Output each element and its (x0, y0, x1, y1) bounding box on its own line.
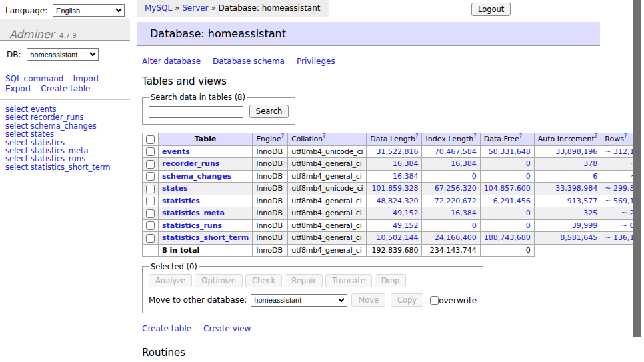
search-input[interactable] (149, 106, 243, 118)
index-length-link[interactable]: 0 (472, 221, 477, 230)
data-free-link[interactable]: 104,857,600 (484, 184, 531, 193)
move-button[interactable]: Move (351, 293, 385, 307)
total-data-length: 192,839,680 (367, 244, 422, 256)
help-icon[interactable]: ? (519, 133, 523, 140)
auto-increment-link[interactable]: 6 (593, 172, 597, 181)
sidebar-link-import[interactable]: Import (73, 74, 99, 83)
scrollbar-track[interactable] (633, 0, 644, 362)
breadcrumb-link-server[interactable]: Server (182, 3, 208, 13)
help-icon[interactable]: ? (415, 133, 419, 140)
create-view-link[interactable]: Create view (203, 324, 251, 333)
sidebar-link-select-statistics-short-term[interactable]: select statistics_short_term (5, 163, 125, 171)
sidebar-link-select-states[interactable]: select states (5, 130, 125, 138)
alter-database-link[interactable]: Alter database (142, 57, 201, 66)
row-checkbox[interactable] (146, 147, 155, 156)
breadcrumb-link-mysql[interactable]: MySQL (145, 3, 172, 13)
index-length-link[interactable]: 70,467,584 (435, 147, 477, 156)
auto-increment-link[interactable]: 913,577 (567, 197, 598, 205)
data-length-link[interactable]: 49,152 (393, 221, 419, 230)
data-length-link[interactable]: 31,522,816 (376, 147, 418, 156)
data-length-link[interactable]: 16,384 (393, 172, 419, 181)
help-icon[interactable]: ? (323, 133, 325, 140)
data-length-link[interactable]: 48,824,320 (376, 197, 418, 205)
table-name-link[interactable]: statistics_meta (162, 209, 225, 217)
language-select[interactable]: English (53, 4, 125, 17)
privileges-link[interactable]: Privileges (297, 57, 335, 66)
sidebar-link-select-recorder-runs[interactable]: select recorder_runs (5, 113, 125, 121)
table-name-link[interactable]: statistics_short_term (162, 233, 249, 242)
table-name-link[interactable]: schema_changes (162, 172, 231, 181)
row-checkbox[interactable] (146, 221, 155, 230)
index-length-link[interactable]: 67,256,320 (435, 184, 477, 193)
logout-button[interactable]: Logout (471, 3, 511, 16)
truncate-button[interactable]: Truncate (325, 274, 372, 287)
index-length-link[interactable]: 16,384 (451, 209, 477, 217)
data-length-link[interactable]: 10,502,144 (376, 233, 418, 242)
data-free-link[interactable]: 0 (526, 159, 531, 168)
row-checkbox[interactable] (146, 234, 155, 243)
auto-increment-link[interactable]: 325 (583, 209, 597, 217)
table-total-row: 8 in total InnoDB utf8mb4_general_ci 192… (143, 244, 644, 256)
data-length-link[interactable]: 49,152 (393, 209, 419, 217)
row-checkbox[interactable] (146, 160, 155, 169)
repair-button[interactable]: Repair (285, 274, 323, 287)
breadcrumb-separator: » (175, 3, 179, 13)
data-free-link[interactable]: 0 (526, 172, 531, 181)
database-schema-link[interactable]: Database schema (213, 57, 285, 66)
sidebar-link-sql-command[interactable]: SQL command (5, 74, 63, 83)
create-table-link[interactable]: Create table (142, 324, 191, 333)
sidebar-link-export[interactable]: Export (5, 84, 31, 93)
collation-cell: utf8mb4_unicode_ci (288, 183, 367, 195)
table-name-link[interactable]: states (162, 184, 188, 193)
data-free-link[interactable]: 6,291,456 (493, 197, 531, 205)
help-icon[interactable]: ? (624, 133, 627, 140)
copy-button[interactable]: Copy (391, 293, 423, 307)
search-button[interactable]: Search (249, 105, 289, 118)
data-free-link[interactable]: 0 (526, 209, 531, 217)
select-all-checkbox[interactable] (146, 135, 155, 144)
table-name-link[interactable]: statistics (162, 197, 200, 205)
db-select[interactable]: homeassistant (27, 48, 99, 61)
help-icon[interactable]: ? (281, 133, 285, 140)
page-title: Database: homeassistant (137, 22, 600, 46)
table-name-link[interactable]: events (162, 147, 190, 156)
data-length-link[interactable]: 16,384 (393, 159, 419, 168)
index-length-link[interactable]: 24,166,400 (435, 233, 477, 242)
app-logo[interactable]: Adminer (9, 28, 54, 41)
auto-increment-link[interactable]: 33,898,196 (555, 147, 597, 156)
table-name-link[interactable]: statistics_runs (162, 221, 222, 230)
data-free-link[interactable]: 50,331,648 (489, 147, 531, 156)
overwrite-checkbox[interactable] (430, 296, 439, 305)
auto-increment-cell: 39,999 (534, 219, 601, 232)
sidebar-link-select-statistics-runs[interactable]: select statistics_runs (5, 155, 125, 163)
row-checkbox[interactable] (146, 197, 155, 205)
analyze-button[interactable]: Analyze (149, 274, 192, 287)
auto-increment-link[interactable]: 8,581,645 (560, 233, 597, 242)
auto-increment-link[interactable]: 378 (583, 159, 597, 168)
row-checkbox[interactable] (146, 172, 155, 181)
drop-button[interactable]: Drop (375, 274, 407, 287)
tables-tbody: events InnoDB utf8mb4_unicode_ci 31,522,… (143, 145, 644, 244)
help-icon[interactable]: ? (473, 133, 477, 140)
index-length-link[interactable]: 0 (472, 172, 477, 181)
move-db-select[interactable]: homeassistant (251, 294, 347, 307)
auto-increment-cell: 33,898,196 (534, 145, 601, 158)
data-free-link[interactable]: 188,743,680 (484, 233, 531, 242)
sidebar-link-create-table[interactable]: Create table (41, 84, 90, 93)
auto-increment-link[interactable]: 33,398,984 (555, 184, 597, 193)
index-length-link[interactable]: 72,220,672 (435, 197, 477, 205)
data-length-link[interactable]: 101,859,328 (371, 184, 418, 193)
auto-increment-link[interactable]: 39,999 (572, 221, 598, 230)
row-checkbox[interactable] (146, 209, 155, 218)
col-header-data-free: Data Free? (480, 133, 534, 146)
scrollbar-thumb[interactable] (633, 0, 641, 337)
col-header-collation: Collation? (288, 133, 367, 146)
table-name-link[interactable]: recorder_runs (162, 159, 219, 168)
optimize-button[interactable]: Optimize (195, 274, 243, 287)
check-button[interactable]: Check (245, 274, 282, 287)
language-form: Language: English (0, 0, 130, 19)
data-free-link[interactable]: 0 (526, 221, 531, 230)
row-checkbox[interactable] (146, 185, 155, 193)
index-length-link[interactable]: 16,384 (451, 159, 477, 168)
help-icon[interactable]: ? (595, 133, 598, 140)
